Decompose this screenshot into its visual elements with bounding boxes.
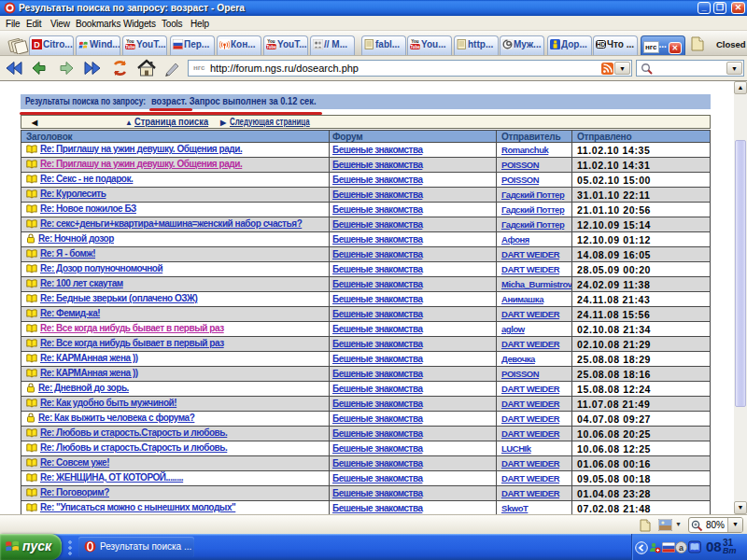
svg-text:Tube: Tube [125, 45, 135, 49]
svg-text:HD: HD [597, 41, 606, 48]
svg-text:D: D [34, 40, 40, 49]
svg-text:You: You [411, 39, 419, 44]
svg-text:You: You [267, 39, 275, 44]
svg-text:Tube: Tube [410, 45, 420, 49]
svg-text:You: You [126, 39, 134, 44]
svg-text:Tube: Tube [266, 45, 276, 49]
